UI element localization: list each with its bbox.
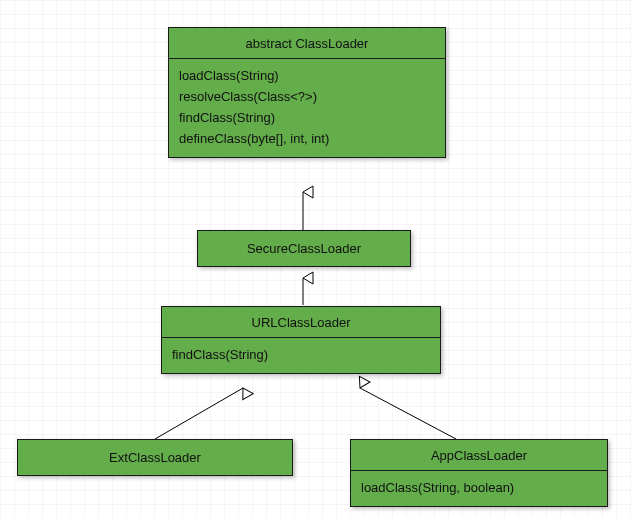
- operation: loadClass(String, boolean): [361, 477, 597, 498]
- edge-ext-to-ucl: [155, 388, 243, 439]
- class-operations: findClass(String): [162, 338, 440, 373]
- operation: findClass(String): [179, 107, 435, 128]
- class-title: abstract ClassLoader: [169, 28, 445, 59]
- class-title: URLClassLoader: [162, 307, 440, 338]
- edge-app-to-ucl: [360, 388, 456, 439]
- operation: loadClass(String): [179, 65, 435, 86]
- class-extclassloader: ExtClassLoader: [17, 439, 293, 476]
- class-title: AppClassLoader: [351, 440, 607, 471]
- class-classloader: abstract ClassLoader loadClass(String) r…: [168, 27, 446, 158]
- class-urlclassloader: URLClassLoader findClass(String): [161, 306, 441, 374]
- class-title: SecureClassLoader: [198, 231, 410, 266]
- class-appclassloader: AppClassLoader loadClass(String, boolean…: [350, 439, 608, 507]
- operation: resolveClass(Class<?>): [179, 86, 435, 107]
- class-secureclassloader: SecureClassLoader: [197, 230, 411, 267]
- class-title: ExtClassLoader: [18, 440, 292, 475]
- diagram-canvas: abstract ClassLoader loadClass(String) r…: [0, 0, 631, 518]
- operation: defineClass(byte[], int, int): [179, 128, 435, 149]
- class-operations: loadClass(String, boolean): [351, 471, 607, 506]
- operation: findClass(String): [172, 344, 430, 365]
- class-operations: loadClass(String) resolveClass(Class<?>)…: [169, 59, 445, 157]
